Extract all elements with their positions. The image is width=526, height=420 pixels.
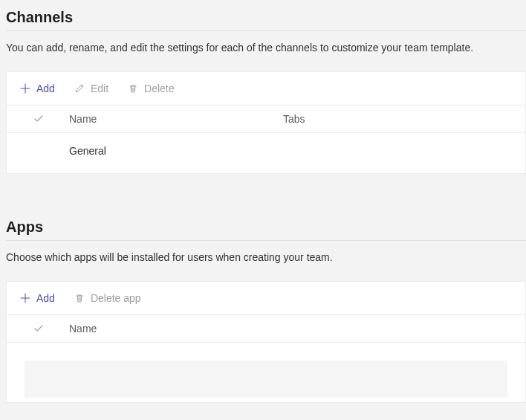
select-all-channels[interactable]: [17, 114, 60, 124]
trash-icon: [74, 293, 85, 303]
apps-table-body: [7, 343, 525, 403]
trash-icon: [128, 83, 138, 94]
channel-name-cell: General: [60, 145, 283, 157]
apps-empty-placeholder: [25, 361, 507, 398]
add-app-button[interactable]: Add: [17, 291, 58, 306]
edit-channel-label: Edit: [91, 83, 108, 94]
edit-channel-button[interactable]: Edit: [71, 81, 111, 96]
delete-channel-button[interactable]: Delete: [125, 81, 177, 96]
pencil-icon: [74, 83, 85, 94]
channels-description: You can add, rename, and edit the settin…: [6, 31, 526, 71]
channels-column-tabs[interactable]: Tabs: [283, 113, 515, 125]
plus-icon: [20, 293, 30, 303]
checkmark-icon: [33, 323, 44, 334]
select-all-apps[interactable]: [17, 323, 60, 334]
channels-heading: Channels: [6, 3, 526, 31]
channels-panel: Add Edit Delete: [6, 71, 526, 174]
channels-column-name[interactable]: Name: [60, 113, 283, 125]
apps-toolbar: Add Delete app: [7, 282, 525, 315]
apps-description: Choose which apps will be installed for …: [6, 241, 526, 281]
apps-column-name[interactable]: Name: [60, 323, 283, 335]
apps-table-header: Name: [7, 315, 525, 343]
apps-heading: Apps: [6, 213, 526, 241]
channels-toolbar: Add Edit Delete: [7, 72, 525, 106]
delete-app-label: Delete app: [91, 292, 141, 304]
add-app-label: Add: [36, 292, 55, 304]
add-channel-label: Add: [36, 83, 55, 94]
apps-section: Apps Choose which apps will be installed…: [6, 213, 526, 403]
apps-panel: Add Delete app Name: [6, 281, 526, 403]
delete-app-button[interactable]: Delete app: [71, 291, 144, 306]
add-channel-button[interactable]: Add: [17, 81, 58, 96]
plus-icon: [20, 83, 30, 94]
channels-section: Channels You can add, rename, and edit t…: [6, 3, 526, 174]
table-row[interactable]: General: [7, 133, 525, 174]
channels-table-header: Name Tabs: [7, 106, 525, 133]
delete-channel-label: Delete: [144, 83, 174, 94]
checkmark-icon: [33, 114, 44, 124]
